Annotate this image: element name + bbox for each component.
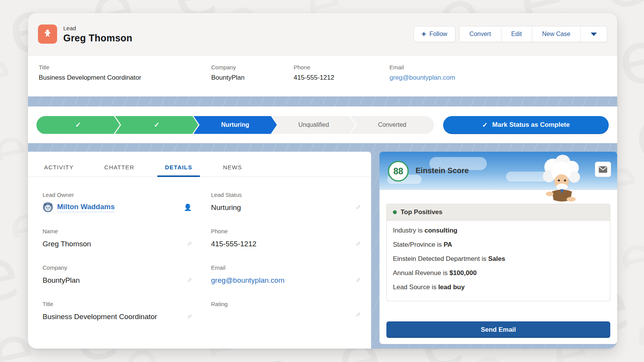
highlight-phone: Phone 415-555-1212 — [294, 64, 389, 97]
field-lead-owner: Lead Owner Mi — [43, 186, 192, 223]
positive-item: State/Province is PA — [393, 241, 604, 249]
record-type-label: Lead — [63, 25, 414, 31]
field-email: Email greg@bountyplan.com ✎ — [211, 259, 361, 295]
mark-status-complete-label: Mark Status as Complete — [492, 121, 570, 129]
highlight-email: Email greg@bountyplan.com — [389, 64, 617, 97]
positive-item: Annual Revenue is $100,000 — [393, 269, 604, 277]
check-icon: ✓ — [75, 121, 81, 129]
highlight-company: Company BountyPlan — [211, 64, 294, 97]
chevron-down-icon — [591, 33, 597, 36]
tab-news[interactable]: NEWS — [222, 155, 243, 177]
check-icon: ✓ — [154, 121, 159, 129]
tab-details[interactable]: DETAILS — [164, 155, 193, 177]
details-panel: ACTIVITY CHATTER DETAILS NEWS Lead Owner — [28, 152, 371, 349]
field-label: Name — [43, 228, 192, 234]
header-action-bar: + Follow Convert Edit New Case — [414, 26, 607, 42]
field-rating: Rating ✎ — [211, 295, 361, 332]
pencil-icon[interactable]: ✎ — [186, 241, 193, 246]
path-stage-nurturing[interactable]: Nurturing — [194, 116, 277, 134]
section-divider-band — [28, 143, 617, 152]
record-body: ACTIVITY CHATTER DETAILS NEWS Lead Owner — [28, 152, 617, 349]
highlight-title: Title Business Development Coordinator — [39, 64, 211, 97]
positive-value: lead buy — [438, 283, 465, 291]
pencil-icon[interactable]: ✎ — [354, 205, 361, 210]
path-stage-1-complete[interactable]: ✓ — [36, 116, 120, 134]
lead-record-icon — [38, 25, 57, 44]
send-email-button[interactable]: Send Email — [386, 321, 610, 338]
lead-person-icon — [42, 28, 53, 40]
sales-path: ✓ ✓ Nurturing Unqualified Converted ✓ Ma… — [28, 106, 617, 143]
field-label: Phone — [211, 228, 361, 234]
email-link[interactable]: greg@bountyplan.com — [389, 74, 617, 82]
tab-activity[interactable]: ACTIVITY — [43, 155, 74, 177]
check-icon: ✓ — [482, 121, 488, 129]
positive-item: Lead Source is lead buy — [393, 283, 604, 291]
einstein-score-title: Einstein Score — [416, 166, 469, 175]
positive-item: Einstein Detected Department is Sales — [393, 255, 604, 263]
path-stage-converted[interactable]: Converted — [350, 116, 434, 134]
avatar — [43, 202, 53, 213]
top-positives-list: Industry is consulting State/Province is… — [387, 221, 610, 301]
pencil-icon[interactable]: ✎ — [186, 314, 193, 319]
top-positives-header: Top Positives — [387, 204, 610, 221]
more-actions-button[interactable] — [581, 26, 607, 42]
highlight-label: Email — [389, 64, 617, 70]
change-owner-icon[interactable]: 👤 — [184, 203, 192, 211]
highlight-label: Title — [39, 64, 211, 70]
mark-status-complete-button[interactable]: ✓ Mark Status as Complete — [443, 116, 609, 134]
path-stage-2-complete[interactable]: ✓ — [115, 116, 199, 134]
top-positives-title: Top Positives — [401, 208, 442, 216]
highlight-value: 415-555-1212 — [294, 74, 389, 82]
email-link[interactable]: greg@bountyplan.com — [211, 275, 284, 286]
field-value: Greg Thomson — [43, 238, 91, 249]
top-positives-box: Top Positives Industry is consulting Sta… — [386, 204, 610, 301]
record-header: Lead Greg Thomson + Follow Convert Edit … — [28, 13, 617, 55]
highlight-value: BountyPlan — [211, 74, 294, 82]
plus-icon: + — [422, 30, 426, 38]
tab-bar: ACTIVITY CHATTER DETAILS NEWS — [28, 155, 371, 177]
lead-owner-link[interactable]: Milton Waddams — [57, 203, 115, 212]
edit-button[interactable]: Edit — [501, 26, 532, 42]
field-value: Business Development Coordinator — [43, 311, 157, 322]
highlight-label: Phone — [294, 64, 389, 70]
field-value: 415-555-1212 — [211, 238, 256, 249]
field-label: Company — [43, 264, 192, 271]
einstein-email-button[interactable] — [595, 162, 611, 177]
field-label: Lead Status — [211, 192, 361, 198]
follow-button-label: Follow — [429, 31, 447, 38]
path-stage-track: ✓ ✓ Nurturing Unqualified Converted — [36, 116, 434, 134]
record-name: Greg Thomson — [63, 33, 414, 44]
tab-chatter[interactable]: CHATTER — [104, 155, 135, 177]
positive-text: State/Province is — [393, 241, 442, 248]
einstein-score-panel: 88 Einstein Score — [380, 152, 617, 344]
pencil-icon[interactable]: ✎ — [354, 241, 361, 246]
positive-item: Industry is consulting — [393, 227, 604, 234]
path-stage-unqualified[interactable]: Unqualified — [272, 116, 355, 134]
pencil-icon[interactable]: ✎ — [186, 278, 193, 283]
green-dot-icon — [393, 210, 397, 214]
positive-value: $100,000 — [449, 269, 476, 277]
positive-value: PA — [444, 241, 452, 248]
field-label: Email — [211, 264, 361, 271]
field-value: Nurturing — [211, 202, 241, 213]
einstein-mascot — [538, 155, 584, 204]
field-label: Title — [43, 301, 192, 307]
field-title: Title Business Development Coordinator ✎ — [43, 295, 192, 332]
pencil-icon[interactable]: ✎ — [354, 278, 361, 283]
new-case-button[interactable]: New Case — [532, 26, 581, 42]
highlights-panel: Title Business Development Coordinator C… — [28, 55, 617, 97]
einstein-score-badge: 88 — [388, 161, 409, 182]
follow-button[interactable]: + Follow — [414, 26, 455, 42]
positive-text: Annual Revenue is — [393, 269, 448, 277]
field-label: Rating — [211, 301, 361, 307]
field-value: BountyPlan — [43, 275, 80, 286]
lead-record-card: Lead Greg Thomson + Follow Convert Edit … — [28, 13, 617, 349]
field-lead-status: Lead Status Nurturing ✎ — [211, 186, 361, 223]
pencil-icon[interactable]: ✎ — [354, 312, 361, 317]
field-phone: Phone 415-555-1212 ✎ — [211, 223, 361, 259]
highlight-value: Business Development Coordinator — [39, 74, 211, 82]
positive-value: consulting — [424, 227, 457, 234]
positive-value: Sales — [488, 255, 505, 262]
field-label: Lead Owner — [43, 192, 192, 198]
convert-button[interactable]: Convert — [460, 26, 501, 42]
